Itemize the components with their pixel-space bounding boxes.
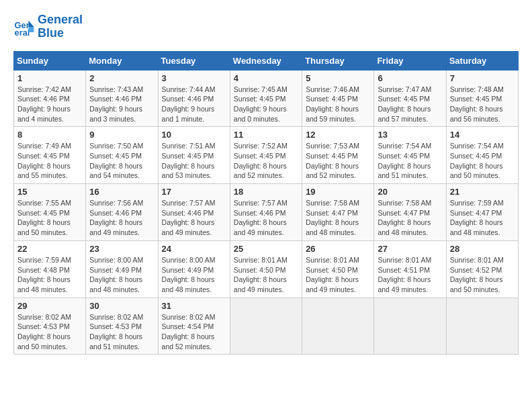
day-info: Sunrise: 8:00 AMSunset: 4:49 PMDaylight:…	[89, 256, 143, 293]
calendar-cell: 27 Sunrise: 8:01 AMSunset: 4:51 PMDaylig…	[374, 240, 446, 298]
day-info: Sunrise: 7:54 AMSunset: 4:45 PMDaylight:…	[450, 142, 504, 179]
day-number: 1	[17, 73, 82, 83]
day-info: Sunrise: 8:02 AMSunset: 4:53 PMDaylight:…	[89, 313, 143, 351]
svg-marker-3	[28, 27, 34, 32]
day-number: 18	[234, 187, 298, 197]
day-number: 6	[378, 73, 442, 83]
calendar-cell: 17 Sunrise: 7:57 AMSunset: 4:46 PMDaylig…	[158, 184, 230, 241]
calendar-week-2: 8 Sunrise: 7:49 AMSunset: 4:45 PMDayligh…	[14, 127, 519, 184]
day-number: 26	[306, 244, 370, 254]
calendar-cell: 13 Sunrise: 7:54 AMSunset: 4:45 PMDaylig…	[374, 127, 446, 184]
calendar-cell: 22 Sunrise: 7:59 AMSunset: 4:48 PMDaylig…	[14, 240, 86, 298]
day-info: Sunrise: 7:59 AMSunset: 4:48 PMDaylight:…	[17, 256, 71, 293]
logo-icon: Gen eral	[13, 16, 35, 38]
day-number: 12	[306, 130, 370, 140]
day-info: Sunrise: 7:47 AMSunset: 4:45 PMDaylight:…	[378, 85, 431, 123]
day-number: 15	[17, 187, 82, 197]
weekday-header-wednesday: Wednesday	[230, 51, 302, 70]
calendar-cell	[374, 298, 446, 355]
day-number: 3	[162, 73, 226, 83]
day-info: Sunrise: 7:59 AMSunset: 4:47 PMDaylight:…	[450, 199, 504, 236]
day-number: 9	[89, 130, 154, 140]
calendar-cell: 31 Sunrise: 8:02 AMSunset: 4:54 PMDaylig…	[158, 298, 230, 355]
day-number: 19	[306, 187, 370, 197]
day-info: Sunrise: 7:43 AMSunset: 4:46 PMDaylight:…	[89, 85, 143, 123]
day-number: 29	[17, 301, 82, 311]
day-number: 27	[378, 244, 442, 254]
weekday-header-monday: Monday	[86, 51, 158, 70]
calendar-cell	[230, 298, 302, 355]
day-info: Sunrise: 7:52 AMSunset: 4:45 PMDaylight:…	[234, 142, 287, 179]
day-info: Sunrise: 7:44 AMSunset: 4:46 PMDaylight:…	[162, 85, 216, 123]
day-number: 20	[378, 187, 442, 197]
svg-text:eral: eral	[15, 28, 30, 38]
calendar-cell: 29 Sunrise: 8:02 AMSunset: 4:53 PMDaylig…	[14, 298, 86, 355]
day-number: 10	[162, 130, 226, 140]
day-info: Sunrise: 8:01 AMSunset: 4:50 PMDaylight:…	[306, 256, 359, 293]
day-info: Sunrise: 8:01 AMSunset: 4:50 PMDaylight:…	[234, 256, 287, 293]
day-info: Sunrise: 8:02 AMSunset: 4:54 PMDaylight:…	[162, 313, 216, 351]
weekday-header-sunday: Sunday	[14, 51, 86, 70]
day-info: Sunrise: 7:51 AMSunset: 4:45 PMDaylight:…	[162, 142, 216, 179]
calendar-cell	[302, 298, 374, 355]
day-number: 13	[378, 130, 442, 140]
day-number: 22	[17, 244, 82, 254]
day-info: Sunrise: 7:54 AMSunset: 4:45 PMDaylight:…	[378, 142, 431, 179]
calendar-cell	[446, 298, 518, 355]
day-number: 8	[17, 130, 82, 140]
calendar-cell: 15 Sunrise: 7:55 AMSunset: 4:45 PMDaylig…	[14, 184, 86, 241]
logo-text: GeneralBlue	[38, 13, 83, 40]
calendar-cell: 23 Sunrise: 8:00 AMSunset: 4:49 PMDaylig…	[86, 240, 158, 298]
day-number: 25	[234, 244, 298, 254]
calendar-cell: 6 Sunrise: 7:47 AMSunset: 4:45 PMDayligh…	[374, 70, 446, 127]
day-info: Sunrise: 8:01 AMSunset: 4:52 PMDaylight:…	[450, 256, 504, 293]
day-number: 17	[162, 187, 226, 197]
day-info: Sunrise: 7:42 AMSunset: 4:46 PMDaylight:…	[17, 85, 71, 123]
calendar-cell: 10 Sunrise: 7:51 AMSunset: 4:45 PMDaylig…	[158, 127, 230, 184]
day-number: 4	[234, 73, 298, 83]
day-info: Sunrise: 7:57 AMSunset: 4:46 PMDaylight:…	[234, 199, 287, 236]
day-number: 30	[89, 301, 154, 311]
calendar-cell: 24 Sunrise: 8:00 AMSunset: 4:49 PMDaylig…	[158, 240, 230, 298]
day-info: Sunrise: 7:49 AMSunset: 4:45 PMDaylight:…	[17, 142, 71, 179]
day-number: 2	[89, 73, 154, 83]
day-number: 7	[450, 73, 515, 83]
weekday-header-tuesday: Tuesday	[158, 51, 230, 70]
calendar-cell: 2 Sunrise: 7:43 AMSunset: 4:46 PMDayligh…	[86, 70, 158, 127]
calendar-cell: 30 Sunrise: 8:02 AMSunset: 4:53 PMDaylig…	[86, 298, 158, 355]
day-info: Sunrise: 7:57 AMSunset: 4:46 PMDaylight:…	[162, 199, 216, 236]
weekday-header-saturday: Saturday	[446, 51, 518, 70]
calendar-week-5: 29 Sunrise: 8:02 AMSunset: 4:53 PMDaylig…	[14, 298, 519, 355]
calendar-cell: 26 Sunrise: 8:01 AMSunset: 4:50 PMDaylig…	[302, 240, 374, 298]
weekday-header-thursday: Thursday	[302, 51, 374, 70]
calendar-cell: 4 Sunrise: 7:45 AMSunset: 4:45 PMDayligh…	[230, 70, 302, 127]
day-info: Sunrise: 8:01 AMSunset: 4:51 PMDaylight:…	[378, 256, 431, 293]
day-info: Sunrise: 7:48 AMSunset: 4:45 PMDaylight:…	[450, 85, 504, 123]
calendar-cell: 16 Sunrise: 7:56 AMSunset: 4:46 PMDaylig…	[86, 184, 158, 241]
day-number: 16	[89, 187, 154, 197]
day-info: Sunrise: 7:53 AMSunset: 4:45 PMDaylight:…	[306, 142, 359, 179]
day-number: 5	[306, 73, 370, 83]
logo: Gen eral GeneralBlue	[13, 13, 83, 40]
day-info: Sunrise: 7:45 AMSunset: 4:45 PMDaylight:…	[234, 85, 287, 123]
calendar-cell: 8 Sunrise: 7:49 AMSunset: 4:45 PMDayligh…	[14, 127, 86, 184]
day-number: 21	[450, 187, 515, 197]
day-number: 11	[234, 130, 298, 140]
day-info: Sunrise: 7:55 AMSunset: 4:45 PMDaylight:…	[17, 199, 71, 236]
calendar-cell: 3 Sunrise: 7:44 AMSunset: 4:46 PMDayligh…	[158, 70, 230, 127]
calendar-cell: 25 Sunrise: 8:01 AMSunset: 4:50 PMDaylig…	[230, 240, 302, 298]
day-number: 28	[450, 244, 515, 254]
calendar-week-4: 22 Sunrise: 7:59 AMSunset: 4:48 PMDaylig…	[14, 240, 519, 298]
calendar-cell: 5 Sunrise: 7:46 AMSunset: 4:45 PMDayligh…	[302, 70, 374, 127]
day-number: 31	[162, 301, 226, 311]
day-info: Sunrise: 7:58 AMSunset: 4:47 PMDaylight:…	[378, 199, 431, 236]
calendar-cell: 19 Sunrise: 7:58 AMSunset: 4:47 PMDaylig…	[302, 184, 374, 241]
day-number: 23	[89, 244, 154, 254]
calendar-week-3: 15 Sunrise: 7:55 AMSunset: 4:45 PMDaylig…	[14, 184, 519, 241]
calendar-cell: 18 Sunrise: 7:57 AMSunset: 4:46 PMDaylig…	[230, 184, 302, 241]
day-number: 24	[162, 244, 226, 254]
calendar-cell: 7 Sunrise: 7:48 AMSunset: 4:45 PMDayligh…	[446, 70, 518, 127]
calendar-cell: 28 Sunrise: 8:01 AMSunset: 4:52 PMDaylig…	[446, 240, 518, 298]
calendar-table: SundayMondayTuesdayWednesdayThursdayFrid…	[13, 51, 519, 355]
calendar-week-1: 1 Sunrise: 7:42 AMSunset: 4:46 PMDayligh…	[14, 70, 519, 127]
